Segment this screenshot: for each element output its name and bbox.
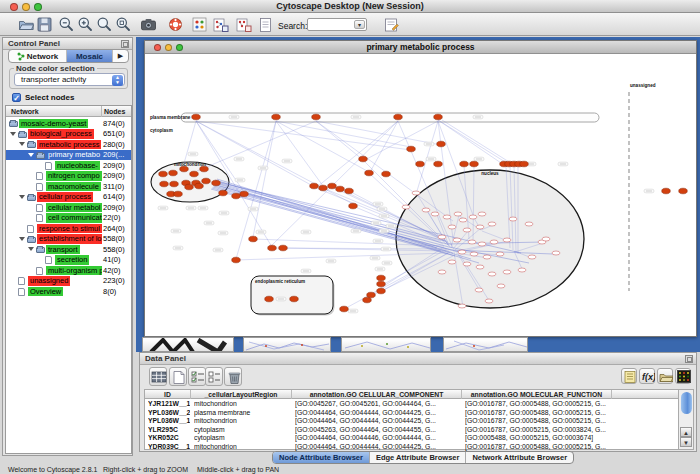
gene-node[interactable] — [497, 284, 505, 288]
gene-node-selected[interactable] — [363, 297, 372, 303]
gene-node[interactable] — [485, 299, 493, 303]
tree-row-cellular-metabol[interactable]: cellular metabol209(0) — [6, 202, 131, 213]
gene-node-selected[interactable] — [212, 180, 221, 186]
expand-triangle-icon[interactable] — [19, 195, 25, 199]
zoom-selected-icon[interactable] — [115, 16, 132, 33]
column-header[interactable]: ID — [145, 390, 191, 399]
zoom-window-icon[interactable] — [34, 3, 42, 11]
tab-network-attribute-browser[interactable]: Network Attribute Browser — [466, 452, 573, 463]
gene-node-selected[interactable] — [345, 188, 354, 194]
expand-triangle-icon[interactable] — [28, 247, 34, 251]
tree-row-transport[interactable]: transport558(0) — [6, 244, 131, 255]
gene-node-selected[interactable] — [312, 114, 321, 120]
search-dropdown-icon[interactable]: ▾ — [354, 20, 365, 29]
tabs-overflow-arrow[interactable]: ▶ — [112, 50, 128, 62]
gene-node[interactable] — [463, 228, 471, 232]
gene-node[interactable] — [490, 240, 498, 244]
gene-node-selected[interactable] — [232, 257, 241, 263]
tree-row-nitrogen-compo[interactable]: nitrogen compo209(0) — [6, 171, 131, 182]
gene-node-selected[interactable] — [520, 161, 529, 167]
gene-node-selected[interactable] — [365, 170, 374, 176]
minimize-window-icon[interactable] — [22, 3, 30, 11]
background-window-fragment[interactable] — [341, 337, 431, 352]
close-network-icon[interactable] — [154, 44, 161, 51]
gene-node-selected[interactable] — [200, 166, 209, 172]
unselect-attributes-button[interactable] — [205, 367, 223, 386]
tree-row-metabolic-process[interactable]: metabolic process280(0) — [6, 139, 131, 150]
minimize-network-icon[interactable] — [165, 44, 172, 51]
gene-node[interactable] — [528, 255, 536, 259]
tree-row-cell-communicat[interactable]: cell communicat22(0) — [6, 213, 131, 224]
tree-row-establishment-of-lo[interactable]: establishment of lo558(0) — [6, 234, 131, 245]
gene-node-selected[interactable] — [394, 114, 403, 120]
gene-node[interactable] — [458, 250, 466, 254]
gene-node[interactable] — [509, 217, 517, 221]
save-icon[interactable] — [36, 16, 53, 33]
gene-node[interactable] — [412, 191, 420, 195]
table-scrollbar[interactable]: ▲ ▼ — [678, 390, 693, 449]
background-window-fragment[interactable] — [243, 337, 331, 352]
gene-node[interactable] — [503, 238, 511, 242]
annotate-icon[interactable] — [383, 16, 400, 33]
expand-triangle-icon[interactable] — [10, 132, 16, 136]
edge[interactable] — [316, 121, 441, 145]
expand-triangle-icon[interactable] — [28, 153, 34, 157]
gene-node-selected[interactable] — [382, 171, 391, 177]
zoom-fit-icon[interactable] — [96, 16, 113, 33]
import-attributes-file-button[interactable] — [657, 368, 673, 384]
gene-node[interactable] — [476, 225, 484, 229]
tab-network[interactable]: Network — [9, 50, 67, 62]
gene-node-selected[interactable] — [679, 188, 688, 194]
edge[interactable] — [438, 120, 504, 165]
new-document-icon[interactable] — [257, 16, 274, 33]
gene-node-selected[interactable] — [340, 306, 349, 312]
gene-node-selected[interactable] — [170, 181, 179, 187]
gene-node[interactable] — [448, 225, 456, 229]
tree-row-primary-metabo[interactable]: primary metabo209(... — [6, 150, 131, 161]
new-attribute-button[interactable] — [169, 367, 187, 386]
combo-stepper-icon[interactable]: ▲▼ — [112, 75, 123, 86]
attribute-table-button[interactable] — [149, 367, 167, 386]
edge[interactable] — [197, 121, 316, 171]
gene-node-selected[interactable] — [232, 193, 241, 199]
table-row[interactable]: YJR121W__1mitochondrion[GO:0045267, GO:0… — [145, 400, 678, 409]
edge[interactable] — [196, 121, 411, 150]
scroll-up-icon[interactable]: ▲ — [680, 427, 692, 437]
expand-triangle-icon[interactable] — [19, 142, 25, 146]
tree-row-secretion[interactable]: secretion41(0) — [6, 255, 131, 266]
search-input[interactable]: ▾ — [307, 18, 367, 31]
gene-node-selected[interactable] — [460, 161, 469, 167]
gene-node-selected[interactable] — [434, 114, 443, 120]
layout-grid-icon[interactable] — [191, 16, 208, 33]
gene-node[interactable] — [459, 218, 467, 222]
gene-node-selected[interactable] — [359, 156, 368, 162]
gene-node[interactable] — [470, 252, 478, 256]
tree-row-macromolecule[interactable]: macromolecule311(0) — [6, 181, 131, 192]
float-panel-icon[interactable] — [685, 355, 693, 363]
gene-node-selected[interactable] — [279, 245, 288, 251]
gene-node-selected[interactable] — [662, 188, 671, 194]
gene-node[interactable] — [468, 240, 476, 244]
function-builder-button[interactable]: f(x) — [639, 368, 655, 384]
gene-node-selected[interactable] — [195, 183, 204, 189]
gene-node-selected[interactable] — [470, 161, 479, 167]
float-panel-icon[interactable] — [121, 40, 129, 48]
background-window-fragment[interactable] — [443, 337, 528, 352]
gene-node[interactable] — [402, 205, 410, 209]
gene-node[interactable] — [463, 262, 471, 266]
attribute-batch-button[interactable] — [621, 368, 637, 384]
gene-node-selected[interactable] — [240, 191, 249, 197]
tab-edge-attribute-browser[interactable]: Edge Attribute Browser — [370, 452, 466, 463]
help-ring-icon[interactable] — [167, 16, 184, 33]
close-window-icon[interactable] — [10, 3, 18, 11]
background-window-fragment[interactable] — [142, 337, 234, 352]
tree-row-biological-process[interactable]: biological_process651(0) — [6, 129, 131, 140]
gene-node[interactable] — [478, 212, 486, 216]
tab-node-attribute-browser[interactable]: Node Attribute Browser — [273, 452, 370, 463]
tree-row-cellular-process[interactable]: cellular process614(0) — [6, 192, 131, 203]
zoom-out-icon[interactable] — [58, 16, 75, 33]
zoom-in-icon[interactable] — [77, 16, 94, 33]
gene-node-selected[interactable] — [160, 181, 169, 187]
nucleus-region[interactable] — [396, 170, 584, 308]
table-row[interactable]: YPL036W__1mitochondrion[GO:0044464, GO:0… — [145, 417, 678, 426]
